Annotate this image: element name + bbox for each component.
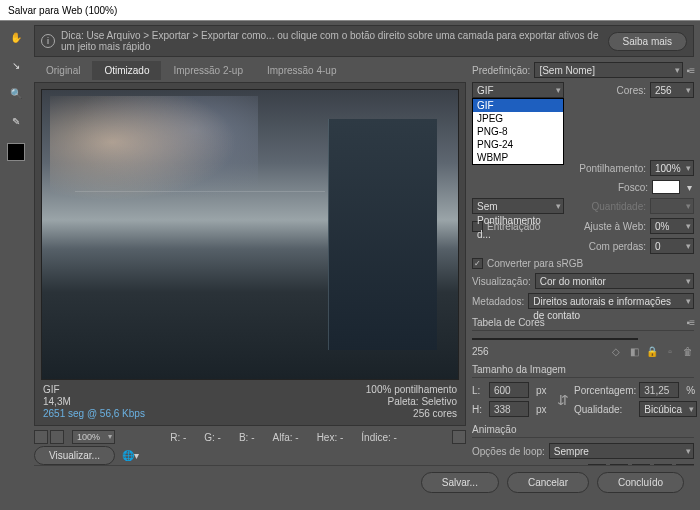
color-swatch[interactable] xyxy=(7,143,25,161)
dither-algo-select[interactable]: Sem Pontilhamento d... xyxy=(472,198,564,214)
format-dropdown-list: GIF JPEG PNG-8 PNG-24 WBMP xyxy=(472,98,564,165)
learn-more-button[interactable]: Saiba mais xyxy=(608,32,687,51)
srgb-checkbox[interactable]: ✓ xyxy=(472,258,483,269)
tip-bar: i Dica: Use Arquivo > Exportar > Exporta… xyxy=(34,25,694,57)
pal-diamond-icon[interactable]: ◇ xyxy=(610,345,622,357)
tip-text: Dica: Use Arquivo > Exportar > Exportar … xyxy=(61,30,602,52)
slice-tool-icon[interactable]: ↘ xyxy=(6,55,26,75)
hand-tool-icon[interactable]: ✋ xyxy=(6,27,26,47)
tab-optimized[interactable]: Otimizado xyxy=(92,61,161,80)
tab-4up[interactable]: Impressão 4-up xyxy=(255,61,348,80)
metadata-select[interactable]: Direitos autorais e informações de conta… xyxy=(528,293,694,309)
format-option-gif[interactable]: GIF xyxy=(473,99,563,112)
flyout-menu-icon[interactable]: ▪≡ xyxy=(687,65,694,76)
pal-shift-icon[interactable]: ◧ xyxy=(628,345,640,357)
browser-icon[interactable]: 🌐▾ xyxy=(122,450,139,461)
status-bar: 100% R: - G: - B: - Alfa: - Hex: - Índic… xyxy=(34,426,466,448)
tab-2up[interactable]: Impressão 2-up xyxy=(161,61,254,80)
link-icon[interactable] xyxy=(452,430,466,444)
meta-size: 14,3M xyxy=(43,396,145,407)
eyedropper-tool-icon[interactable]: ✎ xyxy=(6,111,26,131)
width-input[interactable] xyxy=(489,382,529,398)
percent-input[interactable] xyxy=(639,382,679,398)
link-dims-icon[interactable]: ⇵ xyxy=(557,392,571,408)
matte-swatch[interactable] xyxy=(652,180,680,194)
loop-select[interactable]: Sempre xyxy=(549,443,694,459)
format-option-png8[interactable]: PNG-8 xyxy=(473,125,563,138)
info-icon: i xyxy=(41,34,55,48)
meta-rate: 2651 seg @ 56,6 Kbps xyxy=(43,408,145,419)
meta-palette: Paleta: Seletivo xyxy=(366,396,457,407)
preset-select[interactable]: [Sem Nome] xyxy=(534,62,682,78)
save-button[interactable]: Salvar... xyxy=(421,472,499,493)
height-input[interactable] xyxy=(489,401,529,417)
color-table[interactable] xyxy=(472,338,638,340)
websnap-select[interactable]: 0% xyxy=(650,218,694,234)
preview-button[interactable]: Visualizar... xyxy=(34,446,115,465)
quality-select[interactable]: Bicúbica xyxy=(639,401,697,417)
cancel-button[interactable]: Cancelar xyxy=(507,472,589,493)
view-select[interactable]: Cor do monitor xyxy=(535,273,694,289)
meta-dither: 100% pontilhamento xyxy=(366,384,457,395)
meta-colors: 256 cores xyxy=(366,408,457,419)
done-button[interactable]: Concluído xyxy=(597,472,684,493)
amount-select xyxy=(650,198,694,214)
colors-select[interactable]: 256 xyxy=(650,82,694,98)
grid-icon[interactable] xyxy=(34,430,48,444)
pal-lock-icon[interactable]: 🔒 xyxy=(646,345,658,357)
lossy-select[interactable]: 0 xyxy=(650,238,694,254)
zoom-select[interactable]: 100% xyxy=(72,430,115,444)
format-option-png24[interactable]: PNG-24 xyxy=(473,138,563,151)
preview-pane: GIF 14,3M 2651 seg @ 56,6 Kbps 100% pont… xyxy=(34,82,466,426)
tab-original[interactable]: Original xyxy=(34,61,92,80)
preview-image[interactable] xyxy=(41,89,459,380)
format-select[interactable]: GIF xyxy=(472,82,564,98)
color-count: 256 xyxy=(472,346,489,357)
meta-format: GIF xyxy=(43,384,145,395)
zoom-tool-icon[interactable]: 🔍 xyxy=(6,83,26,103)
preview-tabs: Original Otimizado Impressão 2-up Impres… xyxy=(34,61,466,80)
colortable-menu-icon[interactable]: ▪≡ xyxy=(687,317,694,328)
pal-new-icon[interactable]: ▫ xyxy=(664,345,676,357)
title-bar: Salvar para Web (100%) xyxy=(0,0,700,21)
format-option-wbmp[interactable]: WBMP xyxy=(473,151,563,164)
grid2-icon[interactable] xyxy=(50,430,64,444)
pal-trash-icon[interactable]: 🗑 xyxy=(682,345,694,357)
tool-strip: ✋ ↘ 🔍 ✎ xyxy=(0,21,32,499)
format-option-jpeg[interactable]: JPEG xyxy=(473,112,563,125)
dither-pct-select[interactable]: 100% xyxy=(650,160,694,176)
